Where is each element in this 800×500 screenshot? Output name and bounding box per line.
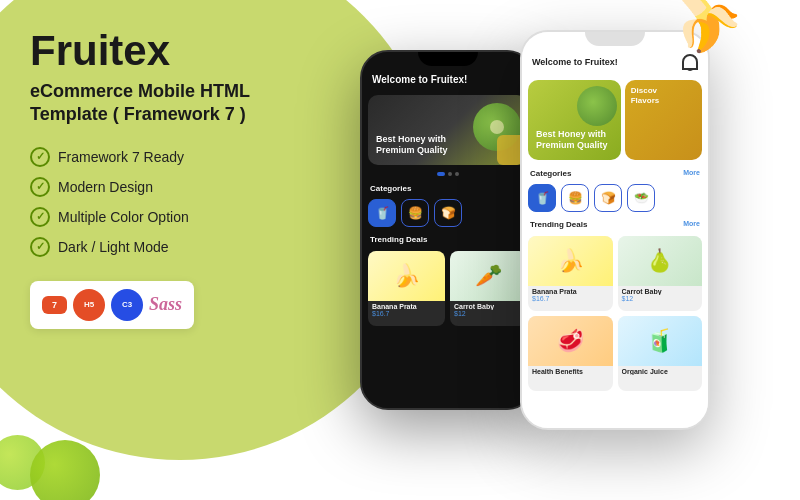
dark-phone-screen: Welcome to Fruitex! Best Honey with Prem… [362,52,533,408]
light-banana-name: Banana Prata [532,288,609,295]
dark-scroll-dots [362,169,533,179]
category-bread[interactable]: 🍞 [434,199,462,227]
banana-price: $16.7 [372,310,441,317]
light-category-extra[interactable]: 🥗 [627,184,655,212]
light-category-drinks[interactable]: 🥤 [528,184,556,212]
feature-3: Multiple Color Option [30,207,330,227]
check-icon-3 [30,207,50,227]
dark-banner-text: Best Honey with Premium Quality [376,134,448,157]
light-category-food[interactable]: 🍔 [561,184,589,212]
check-icon-2 [30,177,50,197]
feature-4: Dark / Light Mode [30,237,330,257]
phones-container: 🍌 Welcome to Fruitex! Best Honey with Pr… [300,0,800,500]
category-food[interactable]: 🍔 [401,199,429,227]
dark-phone-notch [418,52,478,66]
features-list: Framework 7 Ready Modern Design Multiple… [30,147,330,257]
html5-badge: H5 [73,289,105,321]
dark-product-carrot[interactable]: 🥕 Carrot Baby $12 [450,251,527,326]
light-banner-row: Best Honey with Premium Quality DiscovFl… [528,80,702,160]
banana-name: Banana Prata [372,303,441,310]
css3-badge: C3 [111,289,143,321]
app-subtitle: eCommerce Mobile HTMLTemplate ( Framewor… [30,80,330,127]
light-product-banana[interactable]: 🍌 Banana Prata $16.7 [528,236,613,311]
dark-phone-header: Welcome to Fruitex! [362,68,533,91]
carrot-img: 🥕 [450,251,527,301]
light-juice-img: 🧃 [618,316,703,366]
light-product-juice[interactable]: 🧃 Organic Juice [618,316,703,391]
light-product-carrot[interactable]: 🍐 Carrot Baby $12 [618,236,703,311]
light-phone: Welcome to Fruitex! Best Honey with Prem… [520,30,710,430]
carrot-name: Carrot Baby [454,303,523,310]
fw7-icon: 7 [48,298,61,312]
light-trending-label: Trending Deals More [522,215,708,232]
dark-trending-label: Trending Deals [362,230,533,247]
app-title: Fruitex [30,30,330,72]
light-categories-row: 🥤 🍔 🍞 🥗 [522,181,708,215]
light-carrot-name: Carrot Baby [622,288,699,295]
light-products-grid: 🍌 Banana Prata $16.7 🍐 Carrot Baby $12 🥩 [522,232,708,395]
lime-decoration-1 [30,440,100,500]
light-phone-screen: Welcome to Fruitex! Best Honey with Prem… [522,32,708,428]
left-panel: Fruitex eCommerce Mobile HTMLTemplate ( … [30,30,330,329]
light-carrot-price: $12 [622,295,699,302]
dark-categories-row: 🥤 🍔 🍞 [362,196,533,230]
light-juice-name: Organic Juice [622,368,699,375]
light-banner-secondary: DiscovFlavors [625,80,702,160]
carrot-price: $12 [454,310,523,317]
dark-categories-label: Categories [362,179,533,196]
category-drinks[interactable]: 🥤 [368,199,396,227]
dark-phone-banner: Best Honey with Premium Quality [368,95,527,165]
light-health-name: Health Benefits [532,368,609,375]
light-banana-price: $16.7 [532,295,609,302]
tech-badges: 7 H5 C3 Sass [30,281,194,329]
check-icon-4 [30,237,50,257]
dark-product-banana[interactable]: 🍌 Banana Prata $16.7 [368,251,445,326]
light-banner-main: Best Honey with Premium Quality [528,80,621,160]
light-phone-notch [585,32,645,46]
light-carrot-img: 🍐 [618,236,703,286]
framework7-badge: 7 [42,296,67,314]
light-product-health[interactable]: 🥩 Health Benefits [528,316,613,391]
feature-2: Modern Design [30,177,330,197]
light-banana-img: 🍌 [528,236,613,286]
light-categories-label: Categories More [522,164,708,181]
light-banner-text: Best Honey with Premium Quality [536,129,608,152]
dark-products-grid: 🍌 Banana Prata $16.7 🥕 Carrot Baby $12 [362,247,533,330]
sass-badge: Sass [149,294,182,315]
banana-img: 🍌 [368,251,445,301]
check-icon-1 [30,147,50,167]
light-health-img: 🥩 [528,316,613,366]
kiwi-icon-light [577,86,617,126]
secondary-banner-text: DiscovFlavors [631,86,659,107]
dark-phone: Welcome to Fruitex! Best Honey with Prem… [360,50,535,410]
light-category-bread[interactable]: 🍞 [594,184,622,212]
feature-1: Framework 7 Ready [30,147,330,167]
